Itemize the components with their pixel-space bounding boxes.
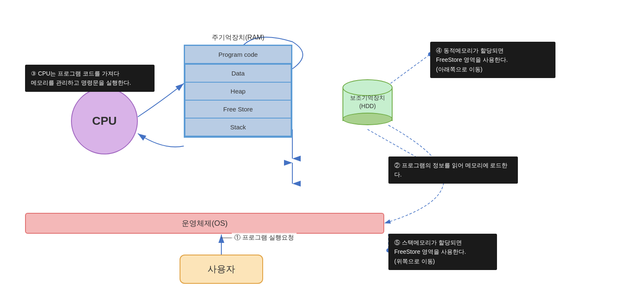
os-label: 운영체제(OS)	[182, 218, 228, 228]
annotation-5: ⑤ 스택메모리가 할당되면 FreeStore 영역을 사용한다. (위쪽으로 …	[388, 234, 497, 270]
ram-box: Program code Data Heap Free Store Stack	[184, 45, 292, 138]
annotation-4: ④ 동적메모리가 할당되면 FreeStore 영역을 사용한다. (아래쪽으로…	[430, 42, 555, 78]
annotation-5-text: ⑤ 스택메모리가 할당되면 FreeStore 영역을 사용한다. (위쪽으로 …	[394, 239, 466, 265]
ram-container: 주기억장치(RAM) Program code Data Heap Free S…	[184, 33, 292, 138]
annotation-3: ③ CPU는 프로그램 코드를 가져다 메모리를 관리하고 명령문을 실행한다.	[25, 65, 155, 92]
ram-section-program-code: Program code	[185, 45, 292, 63]
annotation-2-text: ② 프로그램의 정보를 읽어 메모리에 로드한다.	[394, 162, 507, 178]
annotation-2: ② 프로그램의 정보를 읽어 메모리에 로드한다.	[388, 157, 518, 184]
hdd-cylinder-top	[342, 79, 393, 96]
cpu-circle: CPU	[71, 88, 138, 154]
hdd-container: 보조기억장치 (HDD)	[338, 79, 397, 134]
cpu-label: CPU	[92, 114, 117, 128]
os-bar: 운영체제(OS)	[25, 213, 384, 234]
user-box: 사용자	[180, 255, 263, 284]
user-label: 사용자	[208, 263, 235, 275]
hdd-label: 보조기억장치 (HDD)	[338, 94, 397, 110]
ram-section-data: Data	[185, 64, 291, 82]
ram-section-group: Data Heap Free Store Stack	[185, 63, 292, 137]
diagram-container: 주기억장치(RAM) Program code Data Heap Free S…	[0, 0, 644, 308]
annotation-1-label: ① 프로그램 실행요청	[232, 233, 297, 242]
ram-section-free-store: Free Store	[185, 100, 291, 118]
hdd-cylinder-bottom	[342, 113, 393, 125]
ram-section-heap: Heap	[185, 82, 291, 100]
ram-section-stack: Stack	[185, 118, 291, 136]
annotation-4-text: ④ 동적메모리가 할당되면 FreeStore 영역을 사용한다. (아래쪽으로…	[436, 47, 508, 73]
annotation-3-text: ③ CPU는 프로그램 코드를 가져다 메모리를 관리하고 명령문을 실행한다.	[31, 70, 131, 86]
ram-label: 주기억장치(RAM)	[184, 33, 292, 42]
